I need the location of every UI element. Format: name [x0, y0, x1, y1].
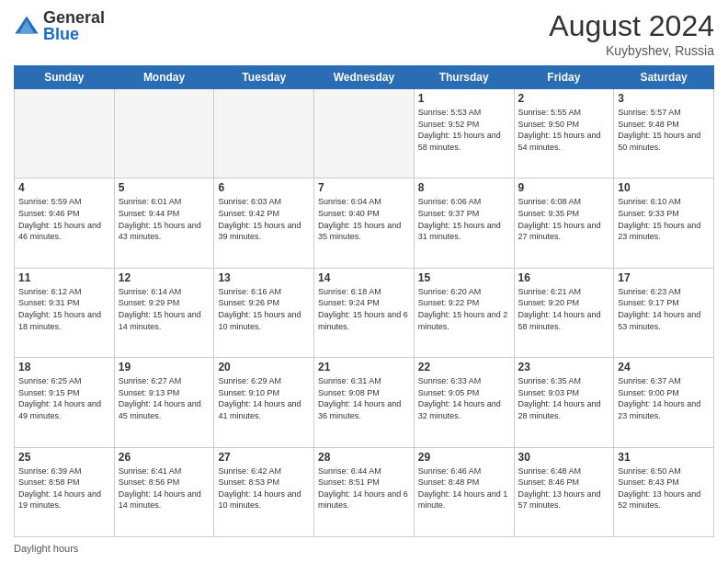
day-detail: Sunrise: 6:29 AM Sunset: 9:10 PM Dayligh… [218, 375, 310, 421]
day-number: 22 [418, 361, 510, 373]
day-number: 8 [418, 181, 510, 194]
day-detail: Sunrise: 6:46 AM Sunset: 8:48 PM Dayligh… [418, 465, 510, 511]
day-detail: Sunrise: 6:03 AM Sunset: 9:42 PM Dayligh… [218, 196, 310, 242]
day-detail: Sunrise: 6:16 AM Sunset: 9:26 PM Dayligh… [218, 286, 310, 332]
calendar-cell [314, 89, 415, 178]
weekday-header-tuesday: Tuesday [214, 66, 314, 89]
day-detail: Sunrise: 5:57 AM Sunset: 9:48 PM Dayligh… [618, 107, 710, 153]
location-subtitle: Kuybyshev, Russia [549, 43, 714, 58]
calendar-cell: 5Sunrise: 6:01 AM Sunset: 9:44 PM Daylig… [114, 178, 214, 268]
weekday-header-sunday: Sunday [15, 66, 115, 89]
day-number: 19 [119, 361, 210, 373]
day-detail: Sunrise: 6:08 AM Sunset: 9:35 PM Dayligh… [518, 196, 610, 242]
day-number: 9 [518, 181, 610, 194]
calendar-week-3: 11Sunrise: 6:12 AM Sunset: 9:31 PM Dayli… [15, 268, 714, 357]
day-number: 13 [218, 271, 310, 284]
day-number: 4 [18, 181, 110, 194]
day-detail: Sunrise: 6:42 AM Sunset: 8:53 PM Dayligh… [218, 465, 310, 511]
day-number: 27 [218, 451, 310, 464]
day-detail: Sunrise: 6:23 AM Sunset: 9:17 PM Dayligh… [618, 286, 710, 332]
calendar-cell [114, 89, 214, 178]
calendar-cell [214, 89, 314, 178]
calendar-cell [15, 89, 115, 178]
day-detail: Sunrise: 6:06 AM Sunset: 9:37 PM Dayligh… [418, 196, 510, 242]
day-detail: Sunrise: 6:21 AM Sunset: 9:20 PM Dayligh… [518, 286, 610, 332]
day-number: 14 [318, 271, 410, 284]
calendar-cell: 27Sunrise: 6:42 AM Sunset: 8:53 PM Dayli… [214, 447, 314, 536]
day-number: 31 [618, 451, 710, 464]
calendar-cell: 18Sunrise: 6:25 AM Sunset: 9:15 PM Dayli… [15, 358, 115, 447]
day-detail: Sunrise: 6:18 AM Sunset: 9:24 PM Dayligh… [318, 286, 410, 332]
day-number: 1 [418, 92, 510, 105]
calendar-cell: 11Sunrise: 6:12 AM Sunset: 9:31 PM Dayli… [15, 268, 115, 357]
weekday-header-friday: Friday [514, 66, 614, 89]
calendar-cell: 7Sunrise: 6:04 AM Sunset: 9:40 PM Daylig… [314, 178, 415, 268]
footer: Daylight hours [14, 543, 714, 554]
calendar-cell: 13Sunrise: 6:16 AM Sunset: 9:26 PM Dayli… [214, 268, 314, 357]
calendar-cell: 20Sunrise: 6:29 AM Sunset: 9:10 PM Dayli… [214, 358, 314, 447]
weekday-header-thursday: Thursday [414, 66, 514, 89]
calendar-cell: 6Sunrise: 6:03 AM Sunset: 9:42 PM Daylig… [214, 178, 314, 268]
calendar-cell: 30Sunrise: 6:48 AM Sunset: 8:46 PM Dayli… [514, 447, 614, 536]
weekday-header-row: SundayMondayTuesdayWednesdayThursdayFrid… [15, 66, 714, 89]
calendar-week-4: 18Sunrise: 6:25 AM Sunset: 9:15 PM Dayli… [15, 358, 714, 447]
calendar-cell: 4Sunrise: 5:59 AM Sunset: 9:46 PM Daylig… [15, 178, 115, 268]
calendar-cell: 3Sunrise: 5:57 AM Sunset: 9:48 PM Daylig… [614, 89, 714, 178]
day-detail: Sunrise: 6:14 AM Sunset: 9:29 PM Dayligh… [119, 286, 210, 332]
logo-blue-text: Blue [43, 26, 105, 42]
day-number: 6 [218, 181, 310, 194]
day-detail: Sunrise: 6:48 AM Sunset: 8:46 PM Dayligh… [518, 465, 610, 511]
calendar-cell: 21Sunrise: 6:31 AM Sunset: 9:08 PM Dayli… [314, 358, 415, 447]
calendar-cell: 1Sunrise: 5:53 AM Sunset: 9:52 PM Daylig… [414, 89, 514, 178]
calendar-cell: 25Sunrise: 6:39 AM Sunset: 8:58 PM Dayli… [15, 447, 115, 536]
day-number: 24 [618, 361, 710, 373]
weekday-header-wednesday: Wednesday [314, 66, 415, 89]
day-detail: Sunrise: 6:10 AM Sunset: 9:33 PM Dayligh… [618, 196, 710, 242]
day-number: 16 [518, 271, 610, 284]
calendar-cell: 31Sunrise: 6:50 AM Sunset: 8:43 PM Dayli… [614, 447, 714, 536]
day-detail: Sunrise: 6:41 AM Sunset: 8:56 PM Dayligh… [119, 465, 210, 511]
day-number: 15 [418, 271, 510, 284]
calendar-week-1: 1Sunrise: 5:53 AM Sunset: 9:52 PM Daylig… [15, 89, 714, 178]
calendar-cell: 2Sunrise: 5:55 AM Sunset: 9:50 PM Daylig… [514, 89, 614, 178]
day-detail: Sunrise: 6:01 AM Sunset: 9:44 PM Dayligh… [119, 196, 210, 242]
month-year-title: August 2024 [549, 9, 714, 43]
day-number: 25 [18, 451, 110, 464]
day-detail: Sunrise: 6:39 AM Sunset: 8:58 PM Dayligh… [18, 465, 110, 511]
calendar-cell: 22Sunrise: 6:33 AM Sunset: 9:05 PM Dayli… [414, 358, 514, 447]
calendar-cell: 23Sunrise: 6:35 AM Sunset: 9:03 PM Dayli… [514, 358, 614, 447]
calendar-week-2: 4Sunrise: 5:59 AM Sunset: 9:46 PM Daylig… [15, 178, 714, 268]
day-detail: Sunrise: 6:12 AM Sunset: 9:31 PM Dayligh… [18, 286, 110, 332]
calendar-cell: 12Sunrise: 6:14 AM Sunset: 9:29 PM Dayli… [114, 268, 214, 357]
header: General Blue August 2024 Kuybyshev, Russ… [14, 9, 714, 58]
day-detail: Sunrise: 6:25 AM Sunset: 9:15 PM Dayligh… [18, 375, 110, 421]
calendar-table: SundayMondayTuesdayWednesdayThursdayFrid… [14, 65, 714, 537]
day-number: 7 [318, 181, 410, 194]
logo-text: General Blue [43, 9, 105, 42]
day-detail: Sunrise: 6:35 AM Sunset: 9:03 PM Dayligh… [518, 375, 610, 421]
day-number: 17 [618, 271, 710, 284]
day-detail: Sunrise: 6:31 AM Sunset: 9:08 PM Dayligh… [318, 375, 410, 421]
calendar-cell: 16Sunrise: 6:21 AM Sunset: 9:20 PM Dayli… [514, 268, 614, 357]
day-number: 11 [18, 271, 110, 284]
calendar-cell: 28Sunrise: 6:44 AM Sunset: 8:51 PM Dayli… [314, 447, 415, 536]
calendar-cell: 15Sunrise: 6:20 AM Sunset: 9:22 PM Dayli… [414, 268, 514, 357]
weekday-header-saturday: Saturday [614, 66, 714, 89]
day-number: 3 [618, 92, 710, 105]
day-number: 26 [119, 451, 210, 464]
calendar-cell: 10Sunrise: 6:10 AM Sunset: 9:33 PM Dayli… [614, 178, 714, 268]
day-detail: Sunrise: 6:37 AM Sunset: 9:00 PM Dayligh… [618, 375, 710, 421]
calendar-cell: 9Sunrise: 6:08 AM Sunset: 9:35 PM Daylig… [514, 178, 614, 268]
day-detail: Sunrise: 6:44 AM Sunset: 8:51 PM Dayligh… [318, 465, 410, 511]
day-number: 2 [518, 92, 610, 105]
calendar-header: SundayMondayTuesdayWednesdayThursdayFrid… [15, 66, 714, 89]
title-block: August 2024 Kuybyshev, Russia [549, 9, 714, 58]
day-number: 12 [119, 271, 210, 284]
calendar-cell: 19Sunrise: 6:27 AM Sunset: 9:13 PM Dayli… [114, 358, 214, 447]
logo-general-text: General [43, 9, 105, 26]
page: General Blue August 2024 Kuybyshev, Russ… [0, 0, 728, 563]
calendar-cell: 29Sunrise: 6:46 AM Sunset: 8:48 PM Dayli… [414, 447, 514, 536]
day-detail: Sunrise: 6:20 AM Sunset: 9:22 PM Dayligh… [418, 286, 510, 332]
day-detail: Sunrise: 5:55 AM Sunset: 9:50 PM Dayligh… [518, 107, 610, 153]
day-number: 18 [18, 361, 110, 373]
